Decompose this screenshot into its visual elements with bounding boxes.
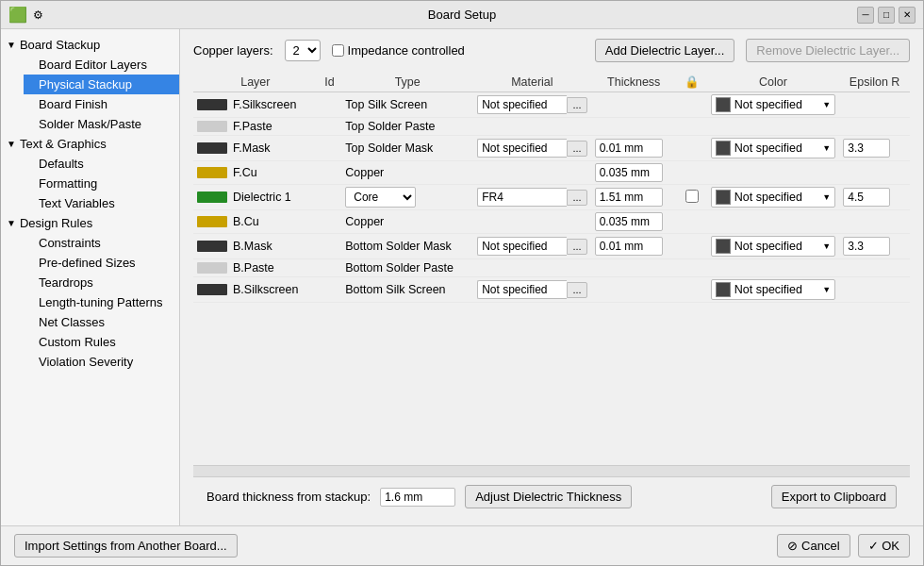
- epsilon-input[interactable]: [843, 139, 890, 158]
- layer-lock[interactable]: [677, 185, 707, 210]
- sidebar-section-design-rules[interactable]: ▼ Design Rules: [1, 213, 179, 233]
- layer-material[interactable]: ...: [473, 185, 590, 210]
- adjust-dielectric-button[interactable]: Adjust Dielectric Thickness: [465, 485, 632, 508]
- thickness-input[interactable]: [595, 163, 663, 182]
- sidebar-item-custom-rules[interactable]: Custom Rules: [24, 332, 179, 352]
- thickness-input[interactable]: [595, 237, 663, 256]
- layer-lock[interactable]: [677, 161, 707, 185]
- thickness-label: Board thickness from stackup:: [206, 490, 371, 504]
- layer-color-cell[interactable]: Not specified ▼: [707, 277, 839, 303]
- color-dropdown[interactable]: Not specified ▼: [711, 279, 835, 300]
- sidebar-section-text-graphics[interactable]: ▼ Text & Graphics: [1, 134, 179, 154]
- titlebar: 🟩 ⚙ Board Setup ─ □ ✕: [1, 1, 923, 29]
- toolbar-row: Copper layers: 2 1 4 6 Impedance control…: [193, 39, 910, 62]
- thickness-input[interactable]: [595, 188, 663, 207]
- layer-thickness[interactable]: [591, 161, 677, 185]
- sidebar-item-board-editor-layers[interactable]: Board Editor Layers: [24, 55, 179, 75]
- material-input[interactable]: [477, 139, 567, 158]
- sidebar-section-label: Design Rules: [20, 216, 92, 230]
- sidebar-item-board-finish[interactable]: Board Finish: [24, 94, 179, 114]
- sidebar-item-text-variables[interactable]: Text Variables: [24, 193, 179, 213]
- layer-lock[interactable]: [677, 136, 707, 161]
- export-clipboard-button[interactable]: Export to Clipboard: [771, 485, 897, 508]
- layer-lock[interactable]: [677, 277, 707, 303]
- layer-thickness[interactable]: [591, 185, 677, 210]
- layer-color-cell[interactable]: Not specified ▼: [707, 136, 839, 161]
- import-settings-button[interactable]: Import Settings from Another Board...: [14, 534, 238, 558]
- cancel-button[interactable]: ⊘ Cancel: [777, 534, 850, 558]
- material-input[interactable]: [477, 280, 567, 299]
- color-dropdown[interactable]: Not specified ▼: [711, 187, 835, 208]
- lock-checkbox[interactable]: [685, 190, 699, 203]
- layer-lock[interactable]: [677, 234, 707, 259]
- layer-material[interactable]: ...: [473, 92, 590, 118]
- thickness-input[interactable]: [595, 139, 663, 158]
- layer-material: [473, 210, 590, 234]
- layer-color-cell[interactable]: Not specified ▼: [707, 92, 839, 118]
- color-dropdown[interactable]: Not specified ▼: [711, 236, 835, 257]
- layer-lock[interactable]: [677, 92, 707, 118]
- layer-epsilon: [839, 118, 910, 136]
- layer-epsilon[interactable]: [839, 185, 910, 210]
- layer-thickness[interactable]: [591, 234, 677, 259]
- layer-name: Dielectric 1: [233, 191, 291, 204]
- epsilon-input[interactable]: [843, 188, 890, 207]
- material-input[interactable]: [477, 95, 567, 114]
- layer-epsilon[interactable]: [839, 136, 910, 161]
- close-button[interactable]: ✕: [899, 7, 916, 24]
- thickness-input[interactable]: [595, 212, 663, 231]
- remove-dielectric-button[interactable]: Remove Dielectric Layer...: [746, 39, 910, 62]
- ok-label: OK: [882, 539, 899, 553]
- color-dropdown[interactable]: Not specified ▼: [711, 138, 835, 158]
- sidebar-item-constraints[interactable]: Constraints: [24, 233, 179, 253]
- sidebar-item-length-tuning[interactable]: Length-tuning Patterns: [24, 292, 179, 312]
- material-input-group: ...: [477, 95, 586, 114]
- sidebar-sub-board-stackup: Board Editor Layers Physical Stackup Boa…: [1, 55, 179, 134]
- horizontal-scrollbar[interactable]: [193, 465, 910, 476]
- material-browse-button[interactable]: ...: [567, 282, 586, 298]
- layer-id: [318, 210, 342, 234]
- layer-id: [318, 234, 342, 259]
- sidebar-item-net-classes[interactable]: Net Classes: [24, 312, 179, 332]
- sidebar-item-defaults[interactable]: Defaults: [24, 154, 179, 174]
- layer-type[interactable]: CorePrePreg: [341, 185, 473, 210]
- material-browse-button[interactable]: ...: [567, 141, 586, 157]
- layer-thickness[interactable]: [591, 210, 677, 234]
- sidebar-section-board-stackup[interactable]: ▼ Board Stackup: [1, 35, 179, 55]
- layer-lock[interactable]: [677, 118, 707, 136]
- sidebar-item-violation-severity[interactable]: Violation Severity: [24, 352, 179, 372]
- material-input[interactable]: [477, 237, 567, 256]
- epsilon-input[interactable]: [843, 237, 890, 256]
- sidebar-item-teardrops[interactable]: Teardrops: [24, 273, 179, 292]
- layer-type-select[interactable]: CorePrePreg: [345, 187, 416, 208]
- sidebar-item-predefined-sizes[interactable]: Pre-defined Sizes: [24, 253, 179, 273]
- material-browse-button[interactable]: ...: [567, 190, 586, 206]
- copper-layers-select[interactable]: 2 1 4 6: [285, 40, 321, 61]
- impedance-controlled-checkbox[interactable]: [332, 44, 344, 57]
- color-dropdown[interactable]: Not specified ▼: [711, 94, 835, 115]
- footer-right: ⊘ Cancel ✓ OK: [777, 534, 910, 558]
- col-color: Color: [707, 72, 839, 92]
- material-browse-button[interactable]: ...: [567, 97, 586, 113]
- layer-epsilon[interactable]: [839, 234, 910, 259]
- add-dielectric-button[interactable]: Add Dielectric Layer...: [595, 39, 734, 62]
- layer-material[interactable]: ...: [473, 277, 590, 303]
- maximize-button[interactable]: □: [878, 7, 895, 24]
- sidebar-item-physical-stackup[interactable]: Physical Stackup: [24, 75, 179, 94]
- sidebar-item-solder-mask-paste[interactable]: Solder Mask/Paste: [24, 114, 179, 134]
- material-browse-button[interactable]: ...: [567, 239, 586, 255]
- layer-color-cell[interactable]: Not specified ▼: [707, 234, 839, 259]
- layer-thickness[interactable]: [591, 136, 677, 161]
- sidebar-item-formatting[interactable]: Formatting: [24, 174, 179, 193]
- layer-lock[interactable]: [677, 259, 707, 277]
- layer-material[interactable]: ...: [473, 136, 590, 161]
- layer-lock[interactable]: [677, 210, 707, 234]
- ok-button[interactable]: ✓ OK: [858, 534, 910, 558]
- layers-table-container: Layer Id Type Material Thickness 🔒 Color…: [193, 72, 910, 465]
- layer-color-cell[interactable]: Not specified ▼: [707, 185, 839, 210]
- layer-cell: F.Paste: [197, 120, 314, 133]
- layer-material[interactable]: ...: [473, 234, 590, 259]
- material-input[interactable]: [477, 188, 567, 207]
- minimize-button[interactable]: ─: [857, 7, 874, 24]
- board-thickness-input[interactable]: 1.6 mm: [380, 488, 455, 507]
